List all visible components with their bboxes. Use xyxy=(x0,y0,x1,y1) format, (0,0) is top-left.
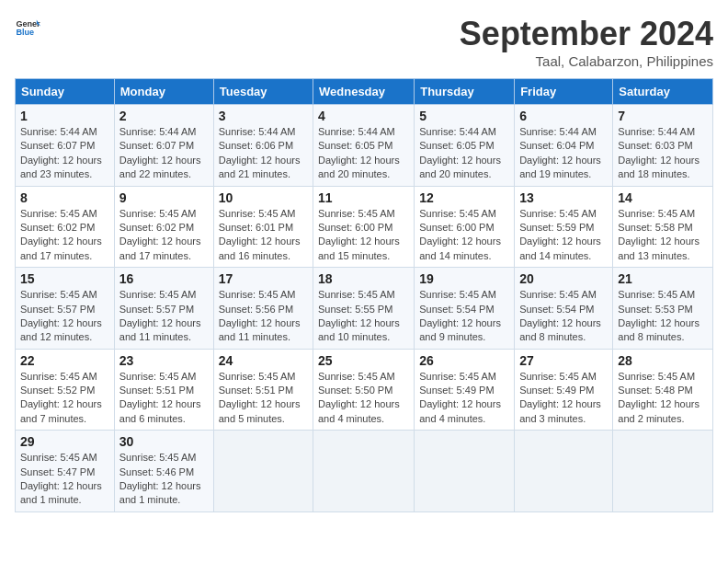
table-row: 28 Sunrise: 5:45 AM Sunset: 5:48 PM Dayl… xyxy=(613,349,713,431)
table-row: 6 Sunrise: 5:44 AM Sunset: 6:04 PM Dayli… xyxy=(515,105,613,187)
day-number: 8 xyxy=(20,190,109,205)
day-number: 15 xyxy=(20,271,109,286)
daylight-label: Daylight: 12 hours and 20 minutes. xyxy=(419,155,501,179)
sunset-label: Sunset: 5:50 PM xyxy=(318,385,392,396)
table-row xyxy=(213,431,313,512)
svg-text:Blue: Blue xyxy=(16,28,34,37)
day-info: Sunrise: 5:45 AM Sunset: 5:50 PM Dayligh… xyxy=(318,370,409,427)
col-saturday: Saturday xyxy=(613,79,713,105)
day-info: Sunrise: 5:44 AM Sunset: 6:03 PM Dayligh… xyxy=(618,125,708,182)
day-number: 24 xyxy=(219,353,308,368)
day-number: 23 xyxy=(119,353,209,368)
col-sunday: Sunday xyxy=(16,79,115,105)
table-row: 8 Sunrise: 5:45 AM Sunset: 6:02 PM Dayli… xyxy=(16,186,115,268)
day-info: Sunrise: 5:45 AM Sunset: 5:51 PM Dayligh… xyxy=(219,370,308,427)
day-info: Sunrise: 5:45 AM Sunset: 5:46 PM Dayligh… xyxy=(119,451,209,508)
day-info: Sunrise: 5:45 AM Sunset: 5:55 PM Dayligh… xyxy=(318,288,409,345)
sunrise-label: Sunrise: 5:45 AM xyxy=(119,371,197,382)
sunrise-label: Sunrise: 5:45 AM xyxy=(20,452,97,463)
table-row: 18 Sunrise: 5:45 AM Sunset: 5:55 PM Dayl… xyxy=(313,268,415,350)
sunset-label: Sunset: 6:07 PM xyxy=(119,140,194,151)
day-info: Sunrise: 5:44 AM Sunset: 6:07 PM Dayligh… xyxy=(119,125,209,182)
sunrise-label: Sunrise: 5:44 AM xyxy=(119,126,197,137)
day-number: 22 xyxy=(20,353,109,368)
table-row: 16 Sunrise: 5:45 AM Sunset: 5:57 PM Dayl… xyxy=(114,268,213,350)
location: Taal, Calabarzon, Philippines xyxy=(460,53,713,69)
daylight-label: Daylight: 12 hours and 8 minutes. xyxy=(618,317,700,342)
sunrise-label: Sunrise: 5:45 AM xyxy=(318,208,395,219)
sunrise-label: Sunrise: 5:45 AM xyxy=(419,208,496,219)
sunrise-label: Sunrise: 5:45 AM xyxy=(318,371,395,382)
day-number: 29 xyxy=(20,434,109,449)
calendar-row: 15 Sunrise: 5:45 AM Sunset: 5:57 PM Dayl… xyxy=(16,268,713,350)
calendar-row: 8 Sunrise: 5:45 AM Sunset: 6:02 PM Dayli… xyxy=(16,186,713,268)
daylight-label: Daylight: 12 hours and 6 minutes. xyxy=(119,398,201,423)
day-number: 12 xyxy=(419,190,509,205)
daylight-label: Daylight: 12 hours and 12 minutes. xyxy=(20,317,102,342)
day-info: Sunrise: 5:45 AM Sunset: 5:53 PM Dayligh… xyxy=(618,288,708,345)
day-info: Sunrise: 5:45 AM Sunset: 5:48 PM Dayligh… xyxy=(618,370,708,427)
day-info: Sunrise: 5:44 AM Sunset: 6:05 PM Dayligh… xyxy=(419,125,509,182)
calendar-table: Sunday Monday Tuesday Wednesday Thursday… xyxy=(15,78,713,512)
day-info: Sunrise: 5:45 AM Sunset: 5:54 PM Dayligh… xyxy=(519,288,608,345)
table-row: 22 Sunrise: 5:45 AM Sunset: 5:52 PM Dayl… xyxy=(16,349,115,431)
page-header: General Blue September 2024 Taal, Calaba… xyxy=(15,15,713,69)
sunrise-label: Sunrise: 5:45 AM xyxy=(618,289,695,300)
sunset-label: Sunset: 6:04 PM xyxy=(519,140,594,151)
day-number: 20 xyxy=(519,271,608,286)
col-wednesday: Wednesday xyxy=(313,79,415,105)
daylight-label: Daylight: 12 hours and 4 minutes. xyxy=(318,398,400,423)
col-tuesday: Tuesday xyxy=(213,79,313,105)
table-row: 15 Sunrise: 5:45 AM Sunset: 5:57 PM Dayl… xyxy=(16,268,115,350)
day-number: 4 xyxy=(318,109,409,123)
sunrise-label: Sunrise: 5:45 AM xyxy=(519,289,597,300)
table-row: 1 Sunrise: 5:44 AM Sunset: 6:07 PM Dayli… xyxy=(16,105,115,187)
sunrise-label: Sunrise: 5:45 AM xyxy=(20,208,97,219)
sunset-label: Sunset: 6:01 PM xyxy=(219,222,293,233)
day-info: Sunrise: 5:44 AM Sunset: 6:07 PM Dayligh… xyxy=(20,125,109,182)
sunset-label: Sunset: 5:54 PM xyxy=(419,304,494,315)
sunrise-label: Sunrise: 5:44 AM xyxy=(20,126,97,137)
sunset-label: Sunset: 5:56 PM xyxy=(219,304,293,315)
daylight-label: Daylight: 12 hours and 17 minutes. xyxy=(119,236,201,260)
sunset-label: Sunset: 6:00 PM xyxy=(318,222,392,233)
day-number: 3 xyxy=(219,109,308,123)
sunset-label: Sunset: 6:03 PM xyxy=(618,140,692,151)
table-row: 9 Sunrise: 5:45 AM Sunset: 6:02 PM Dayli… xyxy=(114,186,213,268)
col-monday: Monday xyxy=(114,79,213,105)
sunset-label: Sunset: 5:47 PM xyxy=(20,466,95,477)
sunrise-label: Sunrise: 5:45 AM xyxy=(219,289,296,300)
sunset-label: Sunset: 6:00 PM xyxy=(419,222,494,233)
day-info: Sunrise: 5:45 AM Sunset: 6:02 PM Dayligh… xyxy=(119,207,209,264)
sunrise-label: Sunrise: 5:45 AM xyxy=(419,289,496,300)
table-row: 11 Sunrise: 5:45 AM Sunset: 6:00 PM Dayl… xyxy=(313,186,415,268)
day-number: 1 xyxy=(20,109,109,123)
sunset-label: Sunset: 5:57 PM xyxy=(119,304,194,315)
sunset-label: Sunset: 5:57 PM xyxy=(20,304,95,315)
day-number: 6 xyxy=(519,109,608,123)
logo-icon: General Blue xyxy=(15,15,40,40)
sunrise-label: Sunrise: 5:44 AM xyxy=(519,126,597,137)
sunrise-label: Sunrise: 5:45 AM xyxy=(519,208,597,219)
table-row: 26 Sunrise: 5:45 AM Sunset: 5:49 PM Dayl… xyxy=(415,349,515,431)
table-row: 17 Sunrise: 5:45 AM Sunset: 5:56 PM Dayl… xyxy=(213,268,313,350)
calendar-row: 29 Sunrise: 5:45 AM Sunset: 5:47 PM Dayl… xyxy=(16,431,713,512)
daylight-label: Daylight: 12 hours and 4 minutes. xyxy=(419,398,501,423)
sunset-label: Sunset: 5:59 PM xyxy=(519,222,594,233)
table-row: 2 Sunrise: 5:44 AM Sunset: 6:07 PM Dayli… xyxy=(114,105,213,187)
sunset-label: Sunset: 6:02 PM xyxy=(119,222,194,233)
day-number: 28 xyxy=(618,353,708,368)
sunrise-label: Sunrise: 5:45 AM xyxy=(318,289,395,300)
day-number: 9 xyxy=(119,190,209,205)
daylight-label: Daylight: 12 hours and 14 minutes. xyxy=(519,236,601,260)
daylight-label: Daylight: 12 hours and 1 minute. xyxy=(119,480,201,505)
sunrise-label: Sunrise: 5:45 AM xyxy=(219,208,296,219)
table-row xyxy=(313,431,415,512)
day-number: 11 xyxy=(318,190,409,205)
sunrise-label: Sunrise: 5:45 AM xyxy=(219,371,296,382)
daylight-label: Daylight: 12 hours and 3 minutes. xyxy=(519,398,601,423)
day-info: Sunrise: 5:45 AM Sunset: 5:57 PM Dayligh… xyxy=(20,288,109,345)
daylight-label: Daylight: 12 hours and 16 minutes. xyxy=(219,236,301,260)
day-info: Sunrise: 5:45 AM Sunset: 5:47 PM Dayligh… xyxy=(20,451,109,508)
table-row: 3 Sunrise: 5:44 AM Sunset: 6:06 PM Dayli… xyxy=(213,105,313,187)
